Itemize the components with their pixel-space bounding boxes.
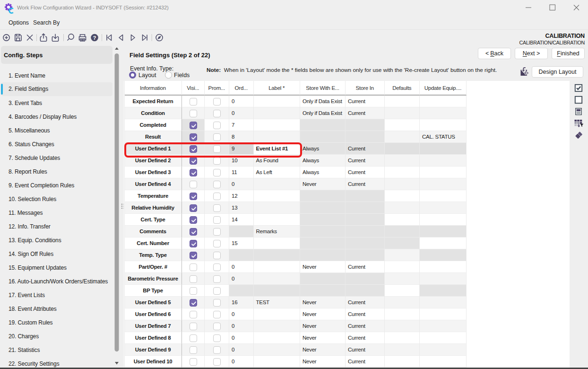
svg-text:?: ? — [93, 35, 96, 41]
